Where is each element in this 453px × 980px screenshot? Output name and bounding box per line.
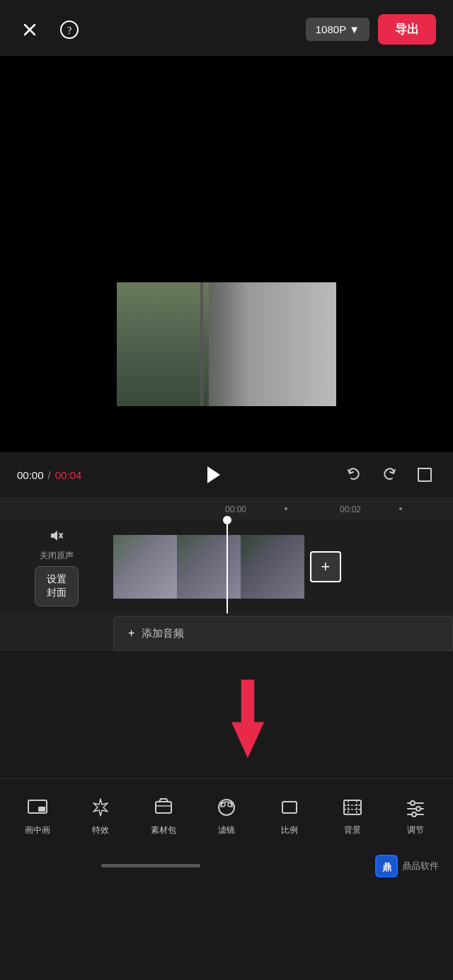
- clip-thumbnail-1: [113, 535, 177, 599]
- svg-rect-4: [418, 468, 431, 481]
- clip-thumb-3[interactable]: [241, 535, 304, 599]
- play-icon: [207, 466, 220, 483]
- clip-thumbnail-2: [177, 535, 241, 599]
- svg-text:?: ?: [67, 25, 71, 36]
- watermark-logo: 鼎: [375, 855, 398, 877]
- annotation-area: [0, 651, 453, 778]
- ruler-dot-3: [399, 507, 402, 510]
- export-button[interactable]: 导出: [378, 14, 436, 45]
- redo-icon: [379, 465, 399, 485]
- svg-rect-9: [38, 807, 45, 812]
- watermark: 鼎 鼎品软件: [375, 855, 439, 877]
- svg-rect-16: [344, 800, 361, 814]
- fullscreen-icon: [415, 465, 435, 485]
- time-display: 00:00 / 00:04: [17, 469, 81, 481]
- playback-controls: 00:00 / 00:04: [0, 452, 453, 497]
- ruler-mark-2: 00:02: [340, 505, 361, 514]
- filters-icon: [214, 795, 239, 820]
- time-current: 00:00: [17, 469, 44, 481]
- ratio-icon: [277, 795, 302, 820]
- top-bar-right: 1080P ▼ 导出: [306, 14, 436, 45]
- svg-point-25: [416, 807, 420, 811]
- clip-thumbnail-3: [241, 535, 304, 599]
- play-button[interactable]: [198, 461, 226, 489]
- ruler-dot-1: [285, 507, 287, 510]
- effects-icon: [88, 795, 113, 820]
- pip-icon: [25, 795, 50, 820]
- add-audio-plus-icon: +: [128, 627, 134, 640]
- home-bar-area: 鼎 鼎品软件: [0, 849, 453, 886]
- timeline-tracks: 关闭原声 设置 封面 +: [0, 520, 453, 613]
- home-bar: [101, 864, 200, 867]
- fullscreen-button[interactable]: [413, 463, 436, 486]
- tool-effects[interactable]: 特效: [75, 795, 126, 836]
- tool-adjust[interactable]: 调节: [390, 795, 441, 836]
- svg-rect-15: [282, 802, 297, 813]
- add-audio-track[interactable]: + 添加音频: [113, 616, 453, 651]
- tool-label-background: 背景: [344, 824, 361, 836]
- close-button[interactable]: [17, 17, 42, 42]
- ruler-mark-0: 00:00: [225, 505, 246, 514]
- quality-label: 1080P: [316, 23, 346, 35]
- quality-arrow-icon: ▼: [349, 23, 360, 35]
- undo-icon: [344, 465, 364, 485]
- red-arrow-annotation: [219, 676, 276, 764]
- background-icon: [340, 795, 365, 820]
- close-icon: [21, 21, 38, 38]
- tool-background[interactable]: 背景: [327, 795, 378, 836]
- svg-rect-10: [156, 802, 171, 813]
- add-clip-plus-icon: +: [321, 559, 331, 575]
- top-bar: ? 1080P ▼ 导出: [0, 0, 453, 56]
- time-separator: /: [48, 469, 51, 481]
- video-frame: [117, 166, 336, 406]
- tool-picture-in-picture[interactable]: 画中画: [12, 795, 63, 836]
- help-icon: ?: [59, 20, 79, 40]
- help-button[interactable]: ?: [57, 17, 82, 42]
- undo-button[interactable]: [343, 463, 365, 486]
- set-cover-button[interactable]: 设置 封面: [35, 566, 79, 606]
- mute-label: 关闭原声: [40, 550, 74, 562]
- mute-button[interactable]: 关闭原声: [40, 527, 74, 562]
- time-total: 00:04: [55, 469, 82, 481]
- svg-point-24: [411, 801, 415, 805]
- video-frame-image: [117, 282, 336, 406]
- timeline-area: 00:00 00:02 关闭原声 设置 封面: [0, 497, 453, 651]
- add-audio-label: 添加音频: [142, 627, 184, 640]
- tool-label-effects: 特效: [92, 824, 109, 836]
- redo-button[interactable]: [378, 463, 401, 486]
- tool-label-materials: 素材包: [151, 824, 176, 836]
- top-bar-left: ?: [17, 17, 82, 42]
- track-left-controls: 关闭原声 设置 封面: [0, 527, 113, 606]
- cover-label-line1: 设置: [47, 573, 67, 584]
- tool-ratio[interactable]: 比例: [264, 795, 315, 836]
- tool-label-filters: 滤镜: [218, 824, 235, 836]
- video-frame-top: [117, 166, 336, 282]
- playhead: [226, 520, 228, 613]
- tool-label-ratio: 比例: [281, 824, 298, 836]
- bottom-toolbar: 画中画 特效 素材包 滤镜: [0, 778, 453, 849]
- add-clip-button[interactable]: +: [310, 551, 341, 582]
- speaker-icon: [48, 527, 65, 548]
- svg-text:鼎: 鼎: [382, 862, 391, 872]
- svg-marker-5: [51, 531, 57, 541]
- tool-materials[interactable]: 素材包: [138, 795, 189, 836]
- arrow-down-icon: [219, 676, 276, 761]
- tool-label-adjust: 调节: [407, 824, 424, 836]
- adjust-icon: [403, 795, 428, 820]
- clip-thumb-2[interactable]: [177, 535, 241, 599]
- clip-thumb-1[interactable]: [113, 535, 177, 599]
- tool-filters[interactable]: 滤镜: [201, 795, 252, 836]
- materials-icon: [151, 795, 176, 820]
- svg-point-26: [412, 812, 416, 817]
- quality-selector[interactable]: 1080P ▼: [306, 18, 369, 41]
- clips-strip[interactable]: +: [113, 535, 453, 599]
- tool-label-pip: 画中画: [25, 824, 50, 836]
- cover-label-line2: 封面: [47, 587, 67, 598]
- video-scene: [117, 282, 336, 406]
- watermark-text: 鼎品软件: [402, 860, 439, 872]
- control-buttons: [343, 463, 436, 486]
- video-preview: [0, 56, 453, 452]
